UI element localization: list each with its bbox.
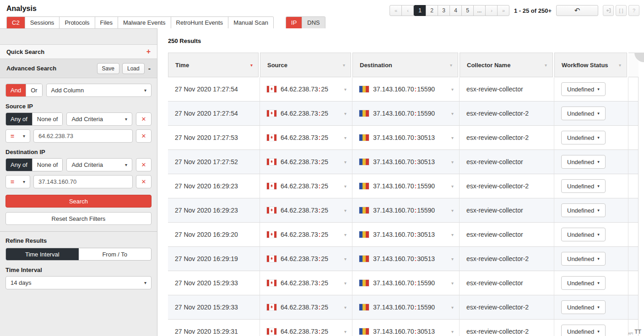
chevron-down-icon[interactable]: ▾ (451, 135, 454, 140)
sort-caret-icon[interactable]: ▾ (450, 63, 452, 68)
page-button-2[interactable]: 2 (426, 5, 438, 16)
tab-manual-scan[interactable]: Manual Scan (228, 17, 273, 28)
page-button-1[interactable]: 1 (414, 5, 426, 16)
workflow-status-button[interactable]: Undefined▾ (561, 155, 606, 169)
source-any-of[interactable]: Any of (6, 113, 32, 125)
tab-dns[interactable]: DNS (302, 17, 325, 28)
workflow-status-button[interactable]: Undefined▾ (561, 203, 606, 217)
chevron-down-icon[interactable]: ▾ (451, 208, 454, 213)
workflow-status-button[interactable]: Undefined▾ (561, 325, 606, 336)
column-header-button[interactable]: Collector Name▾ (460, 53, 553, 77)
help-button[interactable]: ? (628, 5, 639, 16)
workflow-status-value: Undefined (567, 328, 594, 335)
chevron-down-icon[interactable]: ▾ (344, 160, 346, 165)
workflow-status-button[interactable]: Undefined▾ (561, 179, 606, 193)
tab-protocols[interactable]: Protocols (60, 17, 95, 28)
workflow-status-button[interactable]: Undefined▾ (561, 276, 606, 290)
chevron-down-icon[interactable]: ▾ (451, 160, 454, 165)
destination-cell: 37.143.160.70:30513▾ (352, 320, 460, 336)
save-button[interactable]: Save (97, 63, 119, 74)
workflow-status-button[interactable]: Undefined▾ (561, 252, 606, 266)
first-page-button[interactable]: « (390, 5, 402, 16)
chevron-down-icon[interactable]: ▾ (451, 87, 454, 92)
source-port-value: 25 (321, 279, 328, 287)
reset-filters-button[interactable]: Reset Search Filters (5, 212, 152, 225)
source-operator-dropdown[interactable]: = ▾ (5, 129, 30, 143)
chevron-down-icon[interactable]: ▾ (344, 208, 346, 213)
dest-remove-button[interactable]: ✕ (136, 158, 152, 171)
chevron-down-icon[interactable]: ▾ (451, 184, 454, 189)
source-remove-button[interactable]: ✕ (136, 112, 152, 126)
prev-page-button[interactable]: ‹ (401, 5, 414, 16)
quick-search-header[interactable]: Quick Search + (0, 44, 157, 59)
source-value-remove-button[interactable]: ✕ (136, 129, 152, 143)
dest-ip-value: 37.143.160.70 (373, 134, 414, 141)
time-interval-dropdown[interactable]: 14 days ▾ (5, 276, 152, 289)
load-button[interactable]: Load (122, 63, 145, 74)
sort-caret-icon[interactable]: ▾ (250, 63, 253, 68)
and-toggle[interactable]: And (6, 84, 26, 96)
chevron-down-icon[interactable]: ▾ (344, 87, 346, 92)
page-button--[interactable]: ... (473, 5, 486, 16)
next-page-button[interactable]: › (485, 5, 498, 16)
undo-button[interactable]: ↶ (556, 5, 598, 16)
page-button-4[interactable]: 4 (449, 5, 462, 16)
chevron-down-icon[interactable]: ▾ (344, 135, 346, 140)
dest-ip-input[interactable] (33, 175, 133, 188)
tab-sessions[interactable]: Sessions (25, 17, 60, 28)
chevron-down-icon[interactable]: ▾ (451, 232, 454, 237)
column-header-button[interactable]: Destination▾ (352, 53, 458, 77)
collapse-icon[interactable]: - (145, 64, 151, 73)
expand-icon[interactable]: + (146, 48, 151, 56)
chevron-down-icon[interactable]: ▾ (451, 256, 454, 261)
tab-c2[interactable]: C2 (7, 17, 25, 28)
chevron-down-icon[interactable]: ▾ (344, 329, 346, 334)
export-button[interactable] (603, 5, 614, 16)
time-interval-tab[interactable]: Time Interval (6, 248, 79, 260)
page-button-3[interactable]: 3 (438, 5, 450, 16)
chevron-down-icon[interactable]: ▾ (344, 184, 346, 189)
dest-operator-dropdown[interactable]: = ▾ (5, 175, 30, 188)
dest-any-of[interactable]: Any of (6, 159, 32, 171)
workflow-status-button[interactable]: Undefined▾ (561, 131, 606, 144)
workflow-status-button[interactable]: Undefined▾ (561, 300, 606, 314)
page-button-5[interactable]: 5 (461, 5, 474, 16)
sort-caret-icon[interactable]: ▾ (619, 63, 621, 68)
sort-caret-icon[interactable]: ▾ (343, 63, 345, 68)
sub-tabs: IPDNS (286, 16, 325, 28)
or-toggle[interactable]: Or (26, 84, 42, 96)
add-column-dropdown[interactable]: Add Column ▾ (46, 84, 152, 97)
chevron-down-icon[interactable]: ▾ (344, 281, 346, 286)
column-header-button[interactable]: Time▾ (168, 53, 259, 77)
source-add-criteria-dropdown[interactable]: Add Criteria ▾ (66, 112, 132, 126)
workflow-status-button[interactable]: Undefined▾ (561, 228, 606, 241)
workflow-status-button[interactable]: Undefined▾ (561, 82, 606, 96)
dest-none-of[interactable]: None of (32, 159, 63, 171)
sort-caret-icon[interactable]: ▾ (545, 63, 547, 68)
column-header-button[interactable]: Source▾ (260, 53, 351, 77)
tab-retrohunt-events[interactable]: RetroHunt Events (171, 17, 229, 28)
chevron-down-icon[interactable]: ▾ (344, 305, 346, 310)
search-button[interactable]: Search (5, 195, 152, 208)
column-header-button[interactable]: Workflow Status▾ (554, 53, 627, 77)
chevron-down-icon[interactable]: ▾ (344, 111, 346, 116)
dest-value-remove-button[interactable]: ✕ (136, 175, 152, 188)
fullscreen-button[interactable]: [ ] (616, 5, 627, 16)
dest-ip-value: 37.143.160.70 (373, 328, 414, 335)
chevron-down-icon[interactable]: ▾ (451, 305, 454, 310)
chevron-down-icon[interactable]: ▾ (451, 281, 454, 286)
last-page-button[interactable]: » (497, 5, 509, 16)
tab-ip[interactable]: IP (286, 17, 302, 28)
tab-files[interactable]: Files (95, 17, 118, 28)
from-to-tab[interactable]: From / To (79, 248, 152, 260)
source-none-of[interactable]: None of (32, 113, 63, 125)
workflow-status-button[interactable]: Undefined▾ (561, 107, 606, 120)
chevron-down-icon[interactable]: ▾ (451, 111, 454, 116)
chevron-down-icon[interactable]: ▾ (451, 329, 454, 334)
chevron-down-icon[interactable]: ▾ (344, 256, 346, 261)
source-ip-input[interactable] (33, 129, 133, 143)
chevron-down-icon[interactable]: ▾ (344, 232, 346, 237)
time-interval-label: Time Interval (5, 267, 152, 273)
tab-malware-events[interactable]: Malware Events (118, 17, 171, 28)
dest-add-criteria-dropdown[interactable]: Add Criteria ▾ (66, 158, 132, 171)
